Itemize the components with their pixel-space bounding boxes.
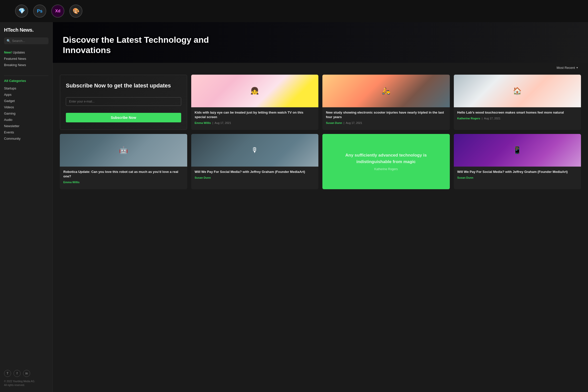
categories-title: All Categories (4, 79, 48, 83)
article-image-icon-6: 📱 (454, 134, 581, 167)
card-meta-1: Emma Willis | Aug 17, 2021 (195, 121, 315, 124)
facebook-button[interactable]: f (14, 370, 21, 377)
article-author-2: Susan Dunn (326, 121, 342, 124)
sketch-icon[interactable]: 💎 (15, 5, 28, 18)
card-meta-3: Katherine Rogers | Aug 17, 2021 (457, 117, 578, 120)
subscribe-button[interactable]: Subscribe Now (66, 113, 181, 122)
sort-label: Most Recent (557, 66, 575, 70)
article-title-6: Will We Pay For Social Media? with Jeffr… (457, 170, 578, 174)
card-meta-6: Susan Dunn (457, 176, 578, 179)
article-card-1[interactable]: 👧 Kids with lazy eye can be treated just… (191, 75, 319, 130)
quote-content: Any sufficiently advanced technology is … (327, 152, 445, 171)
article-date-text-2: Aug 17, 2021 (346, 121, 362, 124)
card-meta-5: Susan Dunn (195, 176, 315, 179)
figma-icon[interactable]: 🎨 (69, 5, 82, 18)
article-image-icon-2: 🛵 (322, 75, 450, 107)
article-card-3[interactable]: 🏠 Hello Lab's wood touchscreen makes sma… (454, 75, 581, 130)
logo: HTech News. (4, 27, 48, 33)
news-grid: Subscribe Now to get the latest updates … (53, 73, 588, 196)
search-icon: 🔍 (7, 39, 11, 43)
article-date-1: | (212, 121, 213, 124)
sidebar-item-gadget[interactable]: Gadget (4, 98, 48, 104)
content-area: Discover the Latest Technology and Innov… (53, 22, 588, 392)
article-title-3: Hello Lab's wood touchscreen makes smart… (457, 110, 578, 115)
quote-author: Katherine Rogers (327, 167, 445, 171)
sidebar-item-breaking[interactable]: Breaking News (4, 62, 48, 68)
article-date-sep-2: | (344, 121, 344, 124)
sidebar-item-newsletter[interactable]: Newsletter (4, 123, 48, 129)
nav-divider (4, 76, 48, 76)
social-links: T f in (4, 370, 48, 377)
toolbar: 💎 Ps Xd 🎨 (0, 0, 588, 22)
article-title-5: Will We Pay For Social Media? with Jeffr… (195, 170, 315, 174)
photoshop-icon[interactable]: Ps (33, 5, 46, 18)
sidebar-item-gaming[interactable]: Gaming (4, 110, 48, 117)
article-author-6: Susan Dunn (457, 176, 473, 179)
article-author-1: Emma Willis (195, 121, 211, 124)
copyright-text: © 2022 Yourblog Media AG.All rights rese… (4, 379, 48, 387)
categories-list: Startups Apps Gadget Videos Gaming Audio… (4, 85, 48, 142)
article-card-2[interactable]: 🛵 New study showing electronic scooter i… (322, 75, 450, 130)
article-card-5[interactable]: 🎙 Will We Pay For Social Media? with Jef… (191, 134, 319, 189)
article-image-6: 📱 (454, 134, 581, 167)
twitter-button[interactable]: T (4, 370, 11, 377)
search-box[interactable]: 🔍 (4, 37, 48, 44)
article-image-icon-1: 👧 (191, 75, 319, 107)
card-body-4: Robotica Update: Can you love this robot… (60, 167, 187, 187)
article-image-1: 👧 (191, 75, 319, 107)
sidebar-item-apps[interactable]: Apps (4, 91, 48, 98)
article-image-3: 🏠 (454, 75, 581, 107)
article-author-3: Katherine Rogers (457, 117, 480, 120)
sidebar-item-videos[interactable]: Videos (4, 104, 48, 110)
article-image-icon-5: 🎙 (191, 134, 319, 167)
new-badge: New! (4, 51, 12, 54)
article-date-text-3: Aug 17, 2021 (484, 117, 500, 120)
chevron-down-icon: ▾ (576, 66, 578, 69)
article-card-6[interactable]: 📱 Will We Pay For Social Media? with Jef… (454, 134, 581, 189)
sidebar: HTech News. 🔍 New! Updates Featured News… (0, 22, 53, 392)
article-author-5: Susan Dunn (195, 176, 211, 179)
article-card-4[interactable]: 🤖 Robotica Update: Can you love this rob… (60, 134, 187, 189)
card-body-1: Kids with lazy eye can be treated just b… (191, 107, 319, 127)
card-meta-4: Emma Willis (63, 181, 184, 184)
quote-card: Any sufficiently advanced technology is … (322, 134, 450, 189)
card-body-2: New study showing electronic scooter inj… (322, 107, 450, 127)
sidebar-item-featured[interactable]: Featured News (4, 56, 48, 62)
sidebar-item-community[interactable]: Community (4, 135, 48, 142)
article-author-4: Emma Willis (63, 181, 80, 184)
search-input[interactable] (12, 39, 46, 43)
sidebar-item-events[interactable]: Events (4, 129, 48, 135)
quote-text: Any sufficiently advanced technology is … (327, 152, 445, 165)
card-body-5: Will We Pay For Social Media? with Jeffr… (191, 167, 319, 182)
hero-title: Discover the Latest Technology and Innov… (63, 35, 214, 55)
sidebar-item-updates[interactable]: New! Updates (4, 49, 48, 56)
article-title-4: Robotica Update: Can you love this robot… (63, 170, 184, 179)
article-image-icon-3: 🏠 (454, 75, 581, 107)
sort-dropdown[interactable]: Most Recent ▾ (557, 66, 578, 70)
subscribe-card: Subscribe Now to get the latest updates … (60, 75, 187, 130)
subscribe-title: Subscribe Now to get the latest updates (66, 82, 181, 89)
updates-label: Updates (13, 51, 25, 54)
article-date-sep-3: | (482, 117, 482, 120)
article-image-icon-4: 🤖 (60, 134, 187, 167)
article-image-2: 🛵 (322, 75, 450, 107)
hero-banner: Discover the Latest Technology and Innov… (53, 22, 588, 63)
article-image-4: 🤖 (60, 134, 187, 167)
email-input[interactable] (66, 97, 181, 106)
card-body-3: Hello Lab's wood touchscreen makes smart… (454, 107, 581, 123)
article-title-1: Kids with lazy eye can be treated just b… (195, 110, 315, 119)
article-title-2: New study showing electronic scooter inj… (326, 110, 446, 119)
main-layout: HTech News. 🔍 New! Updates Featured News… (0, 22, 588, 392)
article-date-text-1: Aug 17, 2021 (215, 121, 231, 124)
card-body-6: Will We Pay For Social Media? with Jeffr… (454, 167, 581, 182)
sidebar-item-startups[interactable]: Startups (4, 85, 48, 91)
linkedin-button[interactable]: in (23, 370, 30, 377)
sidebar-item-audio[interactable]: Audio (4, 117, 48, 123)
card-meta-2: Susan Dunn | Aug 17, 2021 (326, 121, 446, 124)
article-image-5: 🎙 (191, 134, 319, 167)
sort-bar: Most Recent ▾ (53, 63, 588, 73)
xd-icon[interactable]: Xd (51, 5, 64, 18)
nav-section: New! Updates Featured News Breaking News (4, 49, 48, 68)
